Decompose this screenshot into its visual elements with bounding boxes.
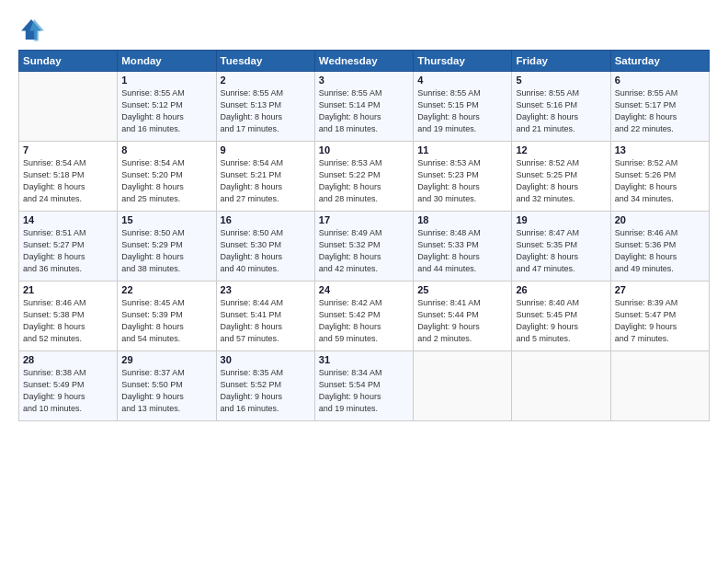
calendar-cell: 17Sunrise: 8:49 AMSunset: 5:32 PMDayligh…: [314, 212, 413, 282]
day-info: Sunrise: 8:53 AMSunset: 5:22 PMDaylight:…: [319, 157, 409, 205]
day-info: Sunrise: 8:55 AMSunset: 5:14 PMDaylight:…: [319, 87, 409, 135]
day-info: Sunrise: 8:37 AMSunset: 5:50 PMDaylight:…: [121, 367, 211, 415]
day-info: Sunrise: 8:46 AMSunset: 5:38 PMDaylight:…: [23, 297, 113, 345]
day-number: 11: [417, 144, 507, 155]
calendar-cell: 20Sunrise: 8:46 AMSunset: 5:36 PMDayligh…: [610, 212, 709, 282]
day-info: Sunrise: 8:52 AMSunset: 5:25 PMDaylight:…: [516, 157, 606, 205]
day-info: Sunrise: 8:55 AMSunset: 5:17 PMDaylight:…: [615, 87, 705, 135]
day-info: Sunrise: 8:41 AMSunset: 5:44 PMDaylight:…: [417, 297, 507, 345]
day-number: 8: [121, 144, 211, 155]
day-info: Sunrise: 8:55 AMSunset: 5:12 PMDaylight:…: [121, 87, 211, 135]
day-number: 12: [516, 144, 606, 155]
calendar-week-3: 14Sunrise: 8:51 AMSunset: 5:27 PMDayligh…: [19, 212, 710, 282]
calendar-cell: 9Sunrise: 8:54 AMSunset: 5:21 PMDaylight…: [216, 142, 314, 212]
day-number: 31: [319, 354, 409, 365]
day-number: 26: [516, 284, 606, 295]
day-number: 24: [319, 284, 409, 295]
calendar-cell: 30Sunrise: 8:35 AMSunset: 5:52 PMDayligh…: [216, 351, 314, 421]
calendar-cell: [414, 351, 512, 421]
calendar-week-4: 21Sunrise: 8:46 AMSunset: 5:38 PMDayligh…: [19, 282, 710, 351]
day-number: 15: [121, 214, 211, 225]
day-info: Sunrise: 8:46 AMSunset: 5:36 PMDaylight:…: [615, 227, 705, 275]
day-number: 19: [516, 214, 606, 225]
day-info: Sunrise: 8:54 AMSunset: 5:18 PMDaylight:…: [23, 157, 113, 205]
calendar-cell: 28Sunrise: 8:38 AMSunset: 5:49 PMDayligh…: [19, 351, 118, 421]
day-info: Sunrise: 8:55 AMSunset: 5:15 PMDaylight:…: [417, 87, 507, 135]
calendar-cell: 15Sunrise: 8:50 AMSunset: 5:29 PMDayligh…: [118, 212, 216, 282]
day-info: Sunrise: 8:34 AMSunset: 5:54 PMDaylight:…: [319, 367, 409, 415]
day-number: 22: [121, 284, 211, 295]
day-info: Sunrise: 8:50 AMSunset: 5:29 PMDaylight:…: [121, 227, 211, 275]
calendar-cell: 5Sunrise: 8:55 AMSunset: 5:16 PMDaylight…: [512, 72, 610, 142]
day-info: Sunrise: 8:39 AMSunset: 5:47 PMDaylight:…: [615, 297, 705, 345]
calendar-cell: 12Sunrise: 8:52 AMSunset: 5:25 PMDayligh…: [512, 142, 610, 212]
calendar-week-2: 7Sunrise: 8:54 AMSunset: 5:18 PMDaylight…: [19, 142, 710, 212]
day-number: 23: [221, 284, 311, 295]
day-info: Sunrise: 8:45 AMSunset: 5:39 PMDaylight:…: [121, 297, 211, 345]
page-header: [18, 17, 710, 42]
day-number: 20: [615, 214, 705, 225]
day-number: 3: [319, 75, 409, 86]
calendar-cell: 21Sunrise: 8:46 AMSunset: 5:38 PMDayligh…: [19, 282, 118, 351]
day-number: 7: [23, 144, 113, 155]
day-info: Sunrise: 8:50 AMSunset: 5:30 PMDaylight:…: [221, 227, 311, 275]
day-info: Sunrise: 8:54 AMSunset: 5:21 PMDaylight:…: [221, 157, 311, 205]
day-number: 18: [417, 214, 507, 225]
day-info: Sunrise: 8:52 AMSunset: 5:26 PMDaylight:…: [615, 157, 705, 205]
calendar-cell: [19, 72, 118, 142]
day-number: 2: [221, 75, 311, 86]
calendar-cell: 7Sunrise: 8:54 AMSunset: 5:18 PMDaylight…: [19, 142, 118, 212]
day-number: 13: [615, 144, 705, 155]
calendar-cell: 2Sunrise: 8:55 AMSunset: 5:13 PMDaylight…: [216, 72, 314, 142]
calendar-cell: 10Sunrise: 8:53 AMSunset: 5:22 PMDayligh…: [314, 142, 413, 212]
day-number: 25: [417, 284, 507, 295]
calendar-cell: 3Sunrise: 8:55 AMSunset: 5:14 PMDaylight…: [314, 72, 413, 142]
day-info: Sunrise: 8:40 AMSunset: 5:45 PMDaylight:…: [516, 297, 606, 345]
calendar-cell: 16Sunrise: 8:50 AMSunset: 5:30 PMDayligh…: [216, 212, 314, 282]
day-number: 27: [615, 284, 705, 295]
day-number: 5: [516, 75, 606, 86]
day-number: 29: [121, 354, 211, 365]
calendar-cell: [610, 351, 709, 421]
day-info: Sunrise: 8:38 AMSunset: 5:49 PMDaylight:…: [23, 367, 113, 415]
weekday-wednesday: Wednesday: [314, 51, 413, 72]
day-info: Sunrise: 8:35 AMSunset: 5:52 PMDaylight:…: [221, 367, 311, 415]
day-info: Sunrise: 8:51 AMSunset: 5:27 PMDaylight:…: [23, 227, 113, 275]
calendar-cell: 25Sunrise: 8:41 AMSunset: 5:44 PMDayligh…: [414, 282, 512, 351]
day-info: Sunrise: 8:49 AMSunset: 5:32 PMDaylight:…: [319, 227, 409, 275]
calendar-cell: 13Sunrise: 8:52 AMSunset: 5:26 PMDayligh…: [610, 142, 709, 212]
weekday-monday: Monday: [118, 51, 216, 72]
calendar-cell: 14Sunrise: 8:51 AMSunset: 5:27 PMDayligh…: [19, 212, 118, 282]
calendar-cell: [512, 351, 610, 421]
day-info: Sunrise: 8:47 AMSunset: 5:35 PMDaylight:…: [516, 227, 606, 275]
day-info: Sunrise: 8:55 AMSunset: 5:16 PMDaylight:…: [516, 87, 606, 135]
weekday-sunday: Sunday: [19, 51, 118, 72]
day-number: 16: [221, 214, 311, 225]
day-info: Sunrise: 8:53 AMSunset: 5:23 PMDaylight:…: [417, 157, 507, 205]
day-number: 4: [417, 75, 507, 86]
logo-icon: [18, 17, 44, 42]
weekday-thursday: Thursday: [414, 51, 512, 72]
calendar-cell: 31Sunrise: 8:34 AMSunset: 5:54 PMDayligh…: [314, 351, 413, 421]
day-info: Sunrise: 8:48 AMSunset: 5:33 PMDaylight:…: [417, 227, 507, 275]
day-number: 30: [221, 354, 311, 365]
calendar-cell: 11Sunrise: 8:53 AMSunset: 5:23 PMDayligh…: [414, 142, 512, 212]
calendar-cell: 18Sunrise: 8:48 AMSunset: 5:33 PMDayligh…: [414, 212, 512, 282]
day-info: Sunrise: 8:54 AMSunset: 5:20 PMDaylight:…: [121, 157, 211, 205]
calendar-cell: 1Sunrise: 8:55 AMSunset: 5:12 PMDaylight…: [118, 72, 216, 142]
day-number: 6: [615, 75, 705, 86]
day-number: 14: [23, 214, 113, 225]
calendar-cell: 6Sunrise: 8:55 AMSunset: 5:17 PMDaylight…: [610, 72, 709, 142]
weekday-header-row: SundayMondayTuesdayWednesdayThursdayFrid…: [19, 51, 710, 72]
day-number: 10: [319, 144, 409, 155]
calendar-week-1: 1Sunrise: 8:55 AMSunset: 5:12 PMDaylight…: [19, 72, 710, 142]
calendar-cell: 26Sunrise: 8:40 AMSunset: 5:45 PMDayligh…: [512, 282, 610, 351]
calendar-table: SundayMondayTuesdayWednesdayThursdayFrid…: [18, 50, 710, 421]
day-info: Sunrise: 8:42 AMSunset: 5:42 PMDaylight:…: [319, 297, 409, 345]
day-number: 17: [319, 214, 409, 225]
weekday-tuesday: Tuesday: [216, 51, 314, 72]
day-number: 1: [121, 75, 211, 86]
weekday-friday: Friday: [512, 51, 610, 72]
day-number: 28: [23, 354, 113, 365]
calendar-cell: 8Sunrise: 8:54 AMSunset: 5:20 PMDaylight…: [118, 142, 216, 212]
